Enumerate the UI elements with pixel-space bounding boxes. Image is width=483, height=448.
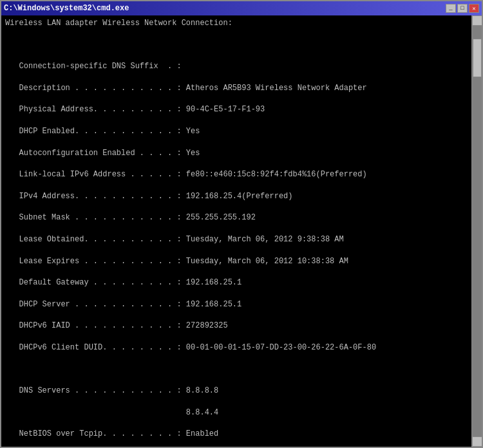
- content-area: Wireless LAN adapter Wireless Network Co…: [1, 15, 482, 447]
- scroll-down-arrow[interactable]: ▼: [472, 436, 482, 447]
- scroll-up-arrow[interactable]: ▲: [472, 15, 482, 26]
- terminal-line: DHCP Enabled. . . . . . . . . . . : Yes: [5, 126, 468, 137]
- minimize-button[interactable]: _: [446, 4, 456, 13]
- title-bar: C:\Windows\system32\cmd.exe _ □ ✕: [1, 1, 482, 15]
- terminal-line: [5, 40, 468, 51]
- terminal-line: Autoconfiguration Enabled . . . . : Yes: [5, 148, 468, 159]
- terminal-line: 8.8.4.4: [5, 407, 468, 418]
- terminal-line: IPv4 Address. . . . . . . . . . . : 192.…: [5, 191, 468, 202]
- terminal-line: NetBIOS over Tcpip. . . . . . . . : Enab…: [5, 429, 468, 440]
- terminal-line: Connection-specific DNS Suffix . :: [5, 61, 468, 72]
- terminal-line: Physical Address. . . . . . . . . : 90-4…: [5, 104, 468, 115]
- close-button[interactable]: ✕: [469, 4, 479, 13]
- terminal-line: [5, 364, 468, 375]
- terminal-line: Default Gateway . . . . . . . . . : 192.…: [5, 277, 468, 288]
- terminal-line: DNS Servers . . . . . . . . . . . : 8.8.…: [5, 386, 468, 397]
- scroll-thumb[interactable]: [473, 39, 482, 77]
- terminal-line: DHCPv6 Client DUID. . . . . . . . : 00-0…: [5, 342, 468, 353]
- terminal-line: DHCPv6 IAID . . . . . . . . . . . : 2728…: [5, 321, 468, 331]
- maximize-button[interactable]: □: [457, 4, 468, 13]
- terminal-line: DHCP Server . . . . . . . . . . . : 192.…: [5, 299, 468, 310]
- terminal-line: Wireless LAN adapter Wireless Network Co…: [5, 18, 468, 29]
- terminal-line: Lease Obtained. . . . . . . . . . : Tues…: [5, 234, 468, 245]
- cmd-window: C:\Windows\system32\cmd.exe _ □ ✕ Wirele…: [0, 0, 483, 448]
- terminal-line: Link-local IPv6 Address . . . . . : fe80…: [5, 169, 468, 180]
- terminal-line: Subnet Mask . . . . . . . . . . . : 255.…: [5, 212, 468, 223]
- terminal-line: Lease Expires . . . . . . . . . . : Tues…: [5, 256, 468, 267]
- scrollbar[interactable]: ▲ ▼: [471, 15, 482, 447]
- terminal-line: Description . . . . . . . . . . . : Athe…: [5, 83, 468, 94]
- terminal-output[interactable]: Wireless LAN adapter Wireless Network Co…: [1, 15, 471, 447]
- window-controls: _ □ ✕: [446, 4, 479, 13]
- window-title: C:\Windows\system32\cmd.exe: [4, 4, 129, 13]
- scroll-track[interactable]: [472, 26, 482, 436]
